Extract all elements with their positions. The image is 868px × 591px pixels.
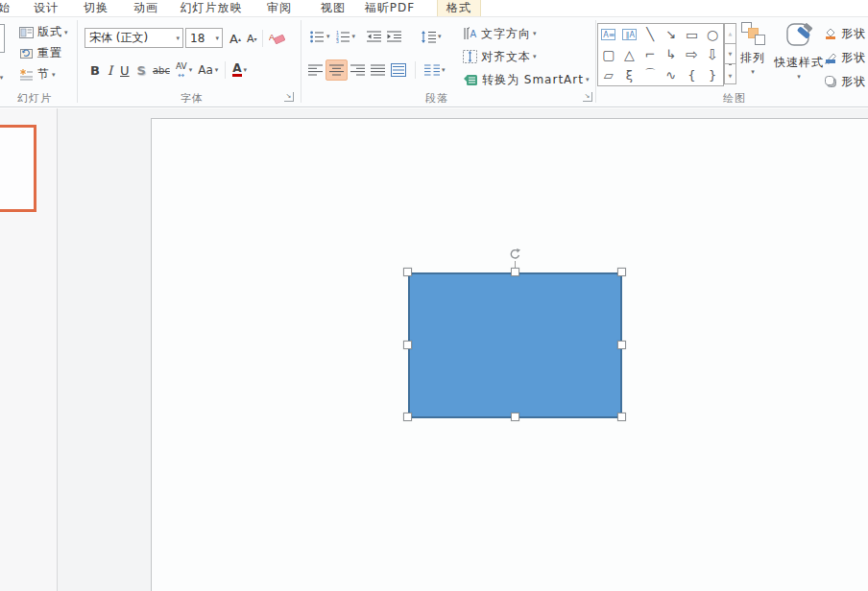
clear-formatting-button[interactable]: A (266, 28, 288, 49)
font-dialog-launcher[interactable]: ↘ (284, 92, 294, 102)
tab-transitions[interactable]: 切换 (77, 0, 115, 16)
font-color-button[interactable]: A ▾ (229, 59, 250, 81)
align-right-button[interactable] (348, 59, 368, 81)
change-case-button[interactable]: Aa▾ (195, 59, 221, 81)
italic-button[interactable]: I (104, 59, 116, 81)
resize-handle-bottom-right[interactable] (617, 413, 626, 421)
group-separator (595, 20, 596, 103)
quick-styles-label: 快速样式 (774, 55, 824, 71)
arrange-button[interactable]: 排列 ▾ (732, 21, 774, 102)
text-direction-label: 文字方向 (481, 26, 531, 42)
increase-indent-button[interactable] (384, 26, 404, 47)
distribute-text-button[interactable] (388, 59, 409, 81)
strikethrough-button[interactable]: abc (150, 59, 173, 81)
character-spacing-button[interactable]: AV↔ ▾ (173, 59, 195, 81)
slide-thumbnail-panel[interactable] (0, 108, 58, 591)
layout-button[interactable]: 版式 ▾ (19, 24, 68, 40)
bold-button[interactable]: B (86, 59, 104, 81)
numbering-icon: 123 (336, 31, 350, 43)
paragraph-group-label: 段落 (374, 91, 499, 106)
shape-down-arrow[interactable]: ⇩ (702, 44, 723, 64)
resize-handle-middle-left[interactable] (403, 341, 412, 349)
section-button[interactable]: 节 ▾ (19, 66, 56, 83)
new-slide-button[interactable]: 建 片 ▾ (0, 21, 13, 102)
resize-handle-bottom-center[interactable] (511, 413, 519, 421)
tab-review[interactable]: 审阅 (259, 0, 300, 16)
chevron-down-icon: ▾ (442, 66, 446, 74)
shape-curve[interactable]: ∿ (661, 65, 682, 85)
text-shadow-button[interactable]: S (133, 59, 150, 81)
tab-design[interactable]: 设计 (27, 0, 65, 16)
tab-format-contextual[interactable]: 格式 (437, 0, 481, 16)
line-spacing-button[interactable]: ▾ (418, 26, 445, 47)
chevron-down-icon: ▾ (326, 33, 330, 40)
powerpoint-window: 开始 设计 切换 动画 幻灯片放映 审阅 视图 福昕PDF 格式 建 片 ▾ 版… (0, 0, 868, 591)
shape-rounded-rectangle[interactable]: ▢ (598, 44, 619, 64)
shape-arc[interactable]: ⌒ (639, 65, 661, 85)
justify-button[interactable] (368, 59, 388, 81)
shape-oval[interactable]: ○ (702, 24, 723, 44)
section-label: 节 (37, 66, 50, 83)
workspace (0, 108, 868, 591)
shape-effects-button[interactable]: 形状 (824, 71, 868, 92)
shape-fill-icon (824, 27, 837, 40)
resize-handle-top-right[interactable] (617, 268, 626, 276)
shape-elbow-arrow-connector[interactable]: ↳ (661, 44, 682, 64)
shrink-font-button[interactable]: A▾ (244, 28, 260, 49)
chevron-down-icon: ▾ (586, 76, 590, 83)
shape-scribble[interactable]: ξ (619, 65, 640, 85)
convert-to-smartart-button[interactable]: 转换为 SmartArt ▾ (463, 69, 589, 90)
align-center-button[interactable] (326, 59, 348, 81)
shape-vertical-text-box[interactable]: ∥A (619, 24, 640, 44)
underline-button[interactable]: U (116, 59, 133, 81)
shape-left-brace[interactable]: { (682, 65, 703, 85)
resize-handle-top-center[interactable] (511, 268, 519, 276)
resize-handle-top-left[interactable] (403, 268, 412, 276)
slide-thumbnail-selected[interactable] (0, 125, 36, 212)
shape-elbow-connector[interactable]: ⌐ (639, 44, 661, 64)
bullets-button[interactable]: ▾ (307, 26, 333, 47)
shape-line[interactable]: ╲ (639, 24, 661, 44)
tab-home[interactable]: 开始 (0, 0, 13, 16)
align-text-button[interactable]: 对齐文本 ▾ (463, 46, 537, 67)
chevron-down-icon: ▾ (215, 35, 219, 42)
chevron-down-icon: ▾ (438, 33, 442, 40)
chevron-down-icon: ▾ (244, 66, 248, 74)
shape-freeform[interactable]: ▱ (598, 65, 619, 85)
resize-handle-bottom-left[interactable] (403, 413, 412, 421)
shape-effects-icon (824, 75, 837, 88)
decrease-indent-icon (367, 31, 381, 42)
ribbon-tab-bar: 开始 设计 切换 动画 幻灯片放映 审阅 视图 福昕PDF 格式 (0, 0, 868, 16)
grow-font-button[interactable]: A▴ (227, 28, 244, 49)
shape-text-box[interactable]: A≡ (598, 24, 619, 44)
font-size-combo[interactable]: 18 ▾ (185, 28, 223, 48)
align-left-button[interactable] (305, 59, 326, 81)
tab-view[interactable]: 视图 (313, 0, 353, 16)
shape-triangle[interactable]: △ (619, 44, 640, 64)
shape-right-brace[interactable]: } (702, 65, 723, 85)
tab-animations[interactable]: 动画 (127, 0, 165, 16)
tab-foxit-pdf[interactable]: 福昕PDF (359, 0, 421, 16)
numbering-button[interactable]: 123 ▾ (333, 26, 359, 47)
shape-arrow[interactable]: ↘ (661, 24, 682, 44)
paragraph-dialog-launcher[interactable]: ↘ (583, 92, 592, 102)
shape-right-arrow[interactable]: ⇨ (682, 44, 703, 64)
resize-handle-middle-right[interactable] (617, 341, 626, 349)
shape-outline-icon (824, 51, 837, 64)
reset-label: 重置 (37, 45, 62, 61)
reset-button[interactable]: 重置 (19, 45, 62, 61)
selected-rectangle-shape[interactable] (408, 272, 622, 418)
font-size-value: 18 (190, 32, 205, 45)
columns-button[interactable]: ▾ (422, 59, 448, 81)
align-center-icon (329, 64, 344, 76)
tab-slideshow[interactable]: 幻灯片放映 (173, 0, 250, 16)
quick-styles-button[interactable]: 快速样式 ▾ (772, 21, 826, 102)
shape-rectangle[interactable]: ▭ (682, 24, 703, 44)
rotation-handle-icon[interactable] (508, 248, 522, 262)
shape-outline-button[interactable]: 形状 (824, 47, 868, 68)
decrease-indent-button[interactable] (364, 26, 384, 47)
text-direction-button[interactable]: A 文字方向 ▾ (463, 23, 537, 44)
vertical-text-box-icon: ∥A (622, 29, 637, 40)
font-family-combo[interactable]: 宋体 (正文) ▾ (84, 28, 183, 48)
shape-fill-button[interactable]: 形状 (824, 23, 868, 44)
